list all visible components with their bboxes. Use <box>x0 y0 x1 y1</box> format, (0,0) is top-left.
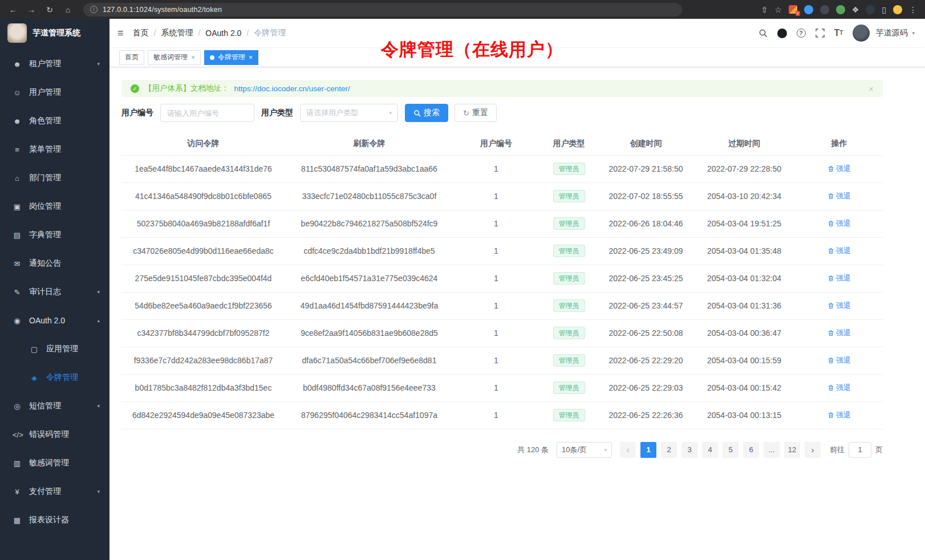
page-button-6[interactable]: 6 <box>743 442 759 458</box>
user-id-input[interactable] <box>160 104 254 122</box>
sidebar-item-app-management[interactable]: ▢应用管理 <box>0 335 109 363</box>
error-code-management-icon: </> <box>13 431 22 439</box>
fullscreen-icon[interactable] <box>816 29 825 38</box>
browser-menu-icon[interactable]: ⋮ <box>909 5 917 14</box>
user-type-badge: 管理员 <box>553 217 585 230</box>
page-button-12[interactable]: 12 <box>784 442 800 458</box>
reset-button[interactable]: ↻ 重置 <box>455 104 497 122</box>
sidebar-item-tenant-management[interactable]: ☻租户管理▾ <box>0 50 109 78</box>
sidebar-toggle-icon[interactable]: ▯ <box>882 5 886 14</box>
sidebar-item-label: 租户管理 <box>29 59 61 69</box>
tab-close-icon[interactable]: × <box>191 54 195 62</box>
force-logout-button[interactable]: 强退 <box>827 164 851 174</box>
sidebar-item-menu-management[interactable]: ≡菜单管理 <box>0 135 109 164</box>
alert-close-icon[interactable]: × <box>869 84 874 94</box>
force-logout-button[interactable]: 强退 <box>827 328 851 338</box>
extension-dark-icon[interactable] <box>820 5 829 14</box>
oauth2-icon: ◉ <box>13 316 22 325</box>
search-icon[interactable] <box>758 29 768 38</box>
sidebar-item-post-management[interactable]: ▣岗位管理 <box>0 192 109 221</box>
goto-page-input[interactable] <box>849 442 871 458</box>
more-pages-button[interactable]: ... <box>764 442 780 458</box>
alert-doc-link[interactable]: https://doc.iocoder.cn/user-center/ <box>234 84 350 93</box>
sidebar-item-oauth2[interactable]: ◉OAuth 2.0▴ <box>0 306 109 335</box>
search-button[interactable]: 搜索 <box>405 104 448 122</box>
sidebar-item-label: 应用管理 <box>46 344 78 354</box>
font-size-icon[interactable]: TT <box>834 29 843 38</box>
force-logout-button[interactable]: 强退 <box>827 355 851 366</box>
prev-page-button[interactable]: ‹ <box>620 442 636 458</box>
extension-blue-icon[interactable] <box>804 5 813 14</box>
dict-management-icon: ▤ <box>13 231 22 240</box>
create-time-cell: 2022-06-26 18:04:46 <box>599 210 693 237</box>
user-type-cell: 管理员 <box>539 319 599 347</box>
sidebar-item-user-management[interactable]: ☺用户管理 <box>0 78 109 107</box>
bookmark-star-icon[interactable]: ☆ <box>774 5 782 14</box>
force-logout-button[interactable]: 强退 <box>827 246 851 256</box>
breadcrumb-item[interactable]: OAuth 2.0 <box>205 29 241 38</box>
extension-badged-icon[interactable]: 0 <box>789 5 797 14</box>
user-type-select[interactable]: 请选择用户类型 ▾ <box>300 104 398 122</box>
refresh-token-cell: dfa6c71a50a54c66bef706ef9e6e8d81 <box>285 347 453 374</box>
create-time-cell: 2022-06-25 22:50:08 <box>599 319 693 347</box>
user-name[interactable]: 芋道源码 <box>875 28 907 38</box>
sidebar-item-report-designer[interactable]: ▦报表设计器 <box>0 506 109 534</box>
tenant-management-icon: ☻ <box>13 60 22 68</box>
force-logout-button[interactable]: 强退 <box>827 191 851 201</box>
sidebar-item-sensitive-word-management[interactable]: ▥敏感词管理 <box>0 449 109 477</box>
profile-avatar-icon[interactable] <box>893 5 902 14</box>
sidebar-item-notice-announcement[interactable]: ✉通知公告 <box>0 249 109 278</box>
goto-unit: 页 <box>875 445 883 455</box>
sidebar-collapse-icon[interactable]: ≡ <box>117 27 124 39</box>
action-cell: 强退 <box>796 401 883 429</box>
sidebar-item-payment-management[interactable]: ¥支付管理▾ <box>0 477 109 506</box>
app-logo[interactable]: 芋道管理系统 <box>0 19 109 47</box>
back-icon[interactable]: ← <box>8 5 18 14</box>
sidebar-item-sms-management[interactable]: ◎短信管理▾ <box>0 392 109 420</box>
sidebar-item-dict-management[interactable]: ▤字典管理 <box>0 221 109 249</box>
page-button-5[interactable]: 5 <box>723 442 739 458</box>
tab-home[interactable]: 首页 <box>119 50 144 65</box>
force-logout-button[interactable]: 强退 <box>827 410 851 420</box>
expire-time-cell: 2054-03-10 20:42:34 <box>693 182 796 210</box>
user-id-cell: 1 <box>453 374 539 401</box>
github-icon[interactable] <box>777 29 787 38</box>
sidebar-item-role-management[interactable]: ☻角色管理 <box>0 107 109 135</box>
page-button-3[interactable]: 3 <box>681 442 697 458</box>
extensions-puzzle-icon[interactable]: ❖ <box>852 5 859 14</box>
home-icon[interactable]: ⌂ <box>63 5 73 14</box>
force-logout-button[interactable]: 强退 <box>827 383 851 393</box>
page-button-4[interactable]: 4 <box>702 442 718 458</box>
tab-close-icon[interactable]: × <box>249 54 253 62</box>
table-row: c342377bf8b344799dcbf7bf095287f29ce8ef2a… <box>121 319 883 347</box>
address-bar[interactable]: i 127.0.0.1:1024/system/oauth2/token <box>83 3 682 17</box>
page-button-2[interactable]: 2 <box>661 442 677 458</box>
action-cell: 强退 <box>796 155 883 182</box>
sidebar-item-token-management[interactable]: ◈令牌管理 <box>0 363 109 392</box>
expire-time-cell: 2054-03-04 01:32:04 <box>693 265 796 292</box>
breadcrumb-item[interactable]: 首页 <box>133 28 149 38</box>
user-id-cell: 1 <box>453 319 539 347</box>
page-button-1[interactable]: 1 <box>640 442 656 458</box>
page-size-select[interactable]: 10条/页 ▾ <box>557 442 612 458</box>
reload-icon[interactable]: ↻ <box>44 5 55 14</box>
forward-icon[interactable]: → <box>26 5 36 14</box>
user-avatar[interactable] <box>853 25 870 42</box>
breadcrumb-item[interactable]: 系统管理 <box>161 28 193 38</box>
next-page-button[interactable]: › <box>805 442 821 458</box>
force-logout-button[interactable]: 强退 <box>827 273 851 283</box>
tab-sensitive-word-management[interactable]: 敏感词管理× <box>148 50 201 65</box>
logo-image <box>7 23 27 43</box>
force-logout-button[interactable]: 强退 <box>827 218 851 229</box>
access-token-cell: c347026e805e4d99b0d116eae66eda8c <box>121 237 285 265</box>
share-icon[interactable]: ⇧ <box>761 5 768 14</box>
tab-token-management[interactable]: 令牌管理× <box>204 50 258 65</box>
force-logout-button[interactable]: 强退 <box>827 301 851 311</box>
sidebar-item-error-code-management[interactable]: </>错误码管理 <box>0 420 109 449</box>
site-info-icon[interactable]: i <box>90 6 98 13</box>
sidebar-item-dept-management[interactable]: ⌂部门管理 <box>0 164 109 192</box>
help-icon[interactable]: ? <box>797 29 806 38</box>
sidebar-item-audit-log[interactable]: ✎审计日志▾ <box>0 278 109 306</box>
extension-green-icon[interactable] <box>836 5 845 14</box>
extension-flask-icon[interactable] <box>866 5 875 14</box>
